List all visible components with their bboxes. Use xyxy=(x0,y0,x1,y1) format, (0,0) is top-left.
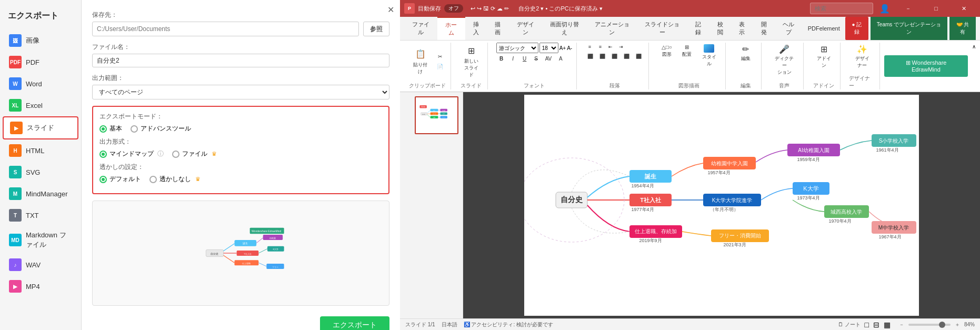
tab-record[interactable]: 記録 xyxy=(687,17,709,40)
sidebar-item-html[interactable]: H HTML xyxy=(3,140,78,161)
sidebar-item-word[interactable]: W Word xyxy=(3,73,78,94)
output-range-select[interactable]: すべてのページ xyxy=(92,85,389,99)
increase-font-button[interactable]: A+ xyxy=(559,45,566,51)
dictation-button[interactable]: 🎤 ディクテーション xyxy=(770,43,799,77)
mode-advanced-radio[interactable] xyxy=(131,125,138,133)
sidebar-item-svg[interactable]: S SVG xyxy=(3,162,78,183)
tab-slideshow[interactable]: スライドショー xyxy=(637,17,687,40)
arrange-button[interactable]: ⊞ 配置 xyxy=(677,43,696,69)
tab-design[interactable]: デザイン xyxy=(509,17,542,40)
watermark-default-option[interactable]: デフォルト xyxy=(99,175,141,184)
view-normal-button[interactable]: □ xyxy=(865,321,869,329)
italic-button[interactable]: I xyxy=(508,54,518,63)
format-mindmap-option[interactable]: マインドマップ ⓘ xyxy=(99,149,164,158)
collapse-ribbon-button[interactable]: ∧ xyxy=(972,44,976,49)
mode-advanced-option[interactable]: アドバンスツール xyxy=(131,124,191,133)
shadow-button[interactable]: AV xyxy=(543,54,555,63)
output-range-row: 出力範囲： すべてのページ xyxy=(92,74,389,99)
browse-button[interactable]: 参照 xyxy=(363,22,389,36)
sidebar-item-txt[interactable]: T TXT xyxy=(3,205,78,226)
watermark-default-radio[interactable] xyxy=(99,176,107,183)
wondershare-button[interactable]: ⊞ Wondershare EdrawMind xyxy=(884,55,968,77)
autosave-toggle[interactable]: オフ xyxy=(444,4,463,13)
sidebar-item-image[interactable]: 🖼 画像 xyxy=(3,30,78,51)
slide-thumbnail[interactable]: Edraw 自分史 誕生 T社入社 退職 xyxy=(415,96,458,134)
tab-developer[interactable]: 開発 xyxy=(753,17,775,40)
export-button[interactable]: エクスポート xyxy=(320,316,389,330)
slide-canvas[interactable]: 自分史 誕生 1954年4月 幼稚園中学入園 1957年4月 AI幼稚園入 xyxy=(524,95,919,316)
decrease-indent-button[interactable]: ⇤ xyxy=(606,43,615,51)
search-input[interactable] xyxy=(810,3,873,14)
numbering-button[interactable]: ≡ xyxy=(595,43,605,51)
cut-button[interactable]: ✂ xyxy=(434,52,446,61)
bullets-button[interactable]: ≡ xyxy=(585,43,594,51)
tab-view[interactable]: 表示 xyxy=(731,17,753,40)
font-size-select[interactable]: 18 xyxy=(539,43,558,53)
sidebar-item-pdf[interactable]: PDF PDF xyxy=(3,52,78,73)
watermark-none-radio[interactable] xyxy=(149,176,157,183)
shape-style-button[interactable]: スタイル xyxy=(697,43,721,69)
copy-button[interactable]: 📄 xyxy=(434,62,446,71)
align-center-button[interactable]: ⬛ xyxy=(597,52,608,61)
notes-button[interactable]: 🗒 ノート xyxy=(838,321,861,328)
new-slide-button[interactable]: ⊞ 新しいスライド xyxy=(459,43,484,80)
mode-basic-option[interactable]: 基本 xyxy=(99,124,122,133)
paste-button[interactable]: 📋 貼り付け xyxy=(408,46,433,77)
watermark-label: 透かしの設定： xyxy=(99,163,382,172)
format-mindmap-radio[interactable] xyxy=(99,151,107,158)
close-button[interactable]: ✕ xyxy=(385,4,396,15)
view-slideshow-button[interactable]: ▦ xyxy=(884,321,891,329)
svg-text:フリー: フリー xyxy=(272,266,278,268)
sidebar-item-markdown[interactable]: MD Markdown ファイル xyxy=(3,226,78,254)
filename-input[interactable] xyxy=(92,54,389,67)
align-right-button[interactable]: ⬛ xyxy=(609,52,620,61)
view-reading-button[interactable]: ⊟ xyxy=(873,321,879,329)
zoom-slider[interactable] xyxy=(908,324,951,326)
format-file-option[interactable]: ファイル ♛ xyxy=(172,149,217,158)
close-window-button[interactable]: ✕ xyxy=(952,0,976,17)
align-left-button[interactable]: ⬛ xyxy=(585,52,596,61)
strikethrough-button[interactable]: S xyxy=(531,54,542,63)
sidebar-item-mp4[interactable]: ▶ MP4 xyxy=(3,276,78,297)
increase-indent-button[interactable]: ⇥ xyxy=(616,43,626,51)
record-btn[interactable]: ● 記録 xyxy=(845,17,868,40)
tab-file[interactable]: ファイル xyxy=(404,17,437,40)
format-file-radio[interactable] xyxy=(172,151,179,158)
maximize-button[interactable]: □ xyxy=(924,0,948,17)
teams-btn[interactable]: Teams でプレゼンテーション xyxy=(871,17,947,40)
save-location-input[interactable] xyxy=(92,22,359,36)
sidebar-item-wav[interactable]: ♪ WAV xyxy=(3,254,78,275)
underline-button[interactable]: U xyxy=(519,54,530,63)
tab-insert[interactable]: 挿入 xyxy=(465,17,487,40)
tab-draw[interactable]: 描画 xyxy=(487,17,509,40)
tab-pdfelement[interactable]: PDFelement xyxy=(803,17,845,40)
svg-text:1954年4月: 1954年4月 xyxy=(631,183,654,188)
bold-button[interactable]: B xyxy=(496,54,507,63)
font-color-button[interactable]: A xyxy=(555,54,566,63)
tab-animations[interactable]: アニメーション xyxy=(587,17,637,40)
minimize-button[interactable]: － xyxy=(896,0,920,17)
tab-home[interactable]: ホーム xyxy=(437,17,465,40)
addin-button[interactable]: ⊞ アドイン xyxy=(812,43,836,71)
svg-text:Edraw: Edraw xyxy=(421,106,425,108)
watermark-none-option[interactable]: 透かしなし ♛ xyxy=(149,175,201,184)
svg-text:1973年4月: 1973年4月 xyxy=(797,195,819,201)
font-family-select[interactable]: 游ゴシック xyxy=(496,43,538,53)
columns-button[interactable]: ⬛ xyxy=(633,52,644,61)
shapes-button[interactable]: △□○ 図形 xyxy=(657,43,676,69)
sidebar-item-mindmanager[interactable]: M MindManager xyxy=(3,183,78,204)
sidebar-item-excel[interactable]: XL Excel xyxy=(3,95,78,116)
sidebar-item-slide[interactable]: ▶ スライド xyxy=(3,116,78,139)
tab-help[interactable]: ヘルプ xyxy=(775,17,802,40)
justify-button[interactable]: ⬛ xyxy=(621,52,632,61)
decrease-font-button[interactable]: A- xyxy=(567,45,572,51)
edit-button[interactable]: ✏ 編集 xyxy=(736,43,755,64)
filename-label: ファイル名： xyxy=(92,43,389,52)
tab-review[interactable]: 校閲 xyxy=(709,17,731,40)
tab-transitions[interactable]: 画面切り替え xyxy=(542,17,587,40)
slides-label: スライド xyxy=(461,81,482,89)
mode-basic-radio[interactable] xyxy=(99,125,107,133)
designer-button[interactable]: ✨ デザイナー xyxy=(853,43,872,71)
shape-style-label: スタイル xyxy=(700,54,718,67)
share-btn[interactable]: 🤝 共有 xyxy=(949,17,976,40)
